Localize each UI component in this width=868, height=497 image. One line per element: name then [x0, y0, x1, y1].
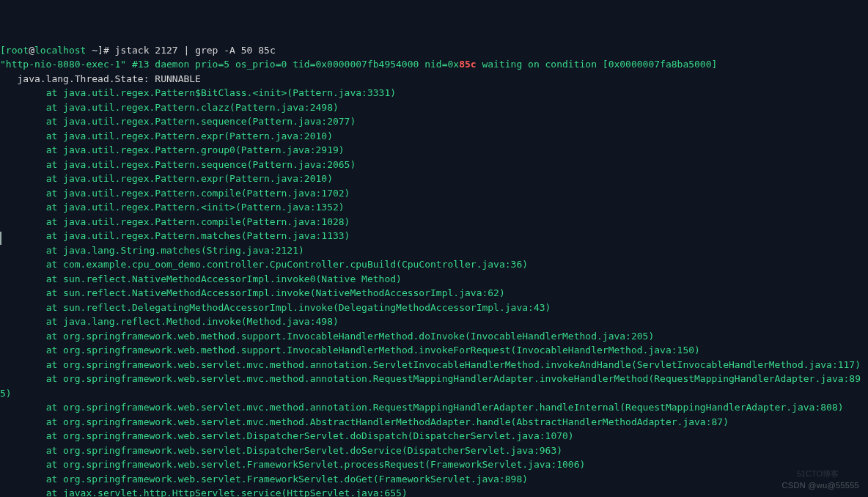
thread-header-line: "http-nio-8080-exec-1" #13 daemon prio=5… [0, 59, 717, 70]
command-text[interactable]: jstack 2127 | grep -A 50 85c [115, 45, 276, 56]
stack-frame: at java.util.regex.Pattern.compile(Patte… [0, 188, 350, 199]
stack-frame: at org.springframework.web.servlet.mvc.m… [0, 416, 729, 427]
nid-highlight: 85c [459, 59, 476, 70]
stack-frame: at org.springframework.web.servlet.Frame… [0, 459, 585, 470]
stack-frame: at org.springframework.web.servlet.mvc.m… [0, 373, 861, 399]
stack-frame: at java.lang.String.matches(String.java:… [0, 245, 304, 256]
shell-prompt: [root@localhost ~ [0, 45, 98, 56]
stack-frame: at java.util.regex.Pattern.expr(Pattern.… [0, 130, 333, 141]
watermark-secondary: 51CTO博客 [797, 467, 839, 482]
stack-frame: at java.util.regex.Pattern.sequence(Patt… [0, 159, 356, 170]
stack-frame: at org.springframework.web.servlet.mvc.m… [0, 359, 861, 370]
prompt-suffix: ]# [98, 45, 109, 56]
stack-frame: at sun.reflect.NativeMethodAccessorImpl.… [0, 273, 402, 284]
stack-frame: at java.util.regex.Pattern.expr(Pattern.… [0, 173, 333, 184]
stack-frame: at javax.servlet.http.HttpServlet.servic… [0, 487, 408, 497]
stack-frame: at sun.reflect.NativeMethodAccessorImpl.… [0, 287, 505, 298]
stack-frame: at org.springframework.web.servlet.Dispa… [0, 430, 574, 441]
stack-frame: at java.util.regex.Pattern.clazz(Pattern… [0, 102, 339, 113]
stack-frame: at java.util.regex.Pattern.compile(Patte… [0, 216, 350, 227]
stack-frame: at org.springframework.web.method.suppor… [0, 345, 700, 356]
thread-state-line: java.lang.Thread.State: RUNNABLE [0, 73, 201, 84]
stack-frame: at org.springframework.web.servlet.Frame… [0, 474, 528, 485]
stack-frame: at java.lang.reflect.Method.invoke(Metho… [0, 316, 339, 327]
stack-frame: at java.util.regex.Pattern.group0(Patter… [0, 144, 345, 155]
stack-frame: at java.util.regex.Pattern.sequence(Patt… [0, 116, 356, 127]
stack-frame: at java.util.regex.Pattern.matches(Patte… [0, 230, 350, 241]
stack-frame: at org.springframework.web.method.suppor… [0, 331, 654, 342]
text-cursor [0, 232, 1, 245]
stack-frame: at java.util.regex.Pattern.<init>(Patter… [0, 202, 345, 213]
stack-frame: at sun.reflect.DelegatingMethodAccessorI… [0, 302, 551, 313]
stack-frame: at java.util.regex.Pattern$BitClass.<ini… [0, 87, 396, 98]
terminal-output: [root@localhost ~]# jstack 2127 | grep -… [0, 43, 868, 498]
stack-frame: at org.springframework.web.servlet.mvc.m… [0, 402, 844, 413]
stack-frame: at org.springframework.web.servlet.Dispa… [0, 445, 562, 456]
stack-frame: at com.example.cpu_oom_demo.controller.C… [0, 259, 528, 270]
